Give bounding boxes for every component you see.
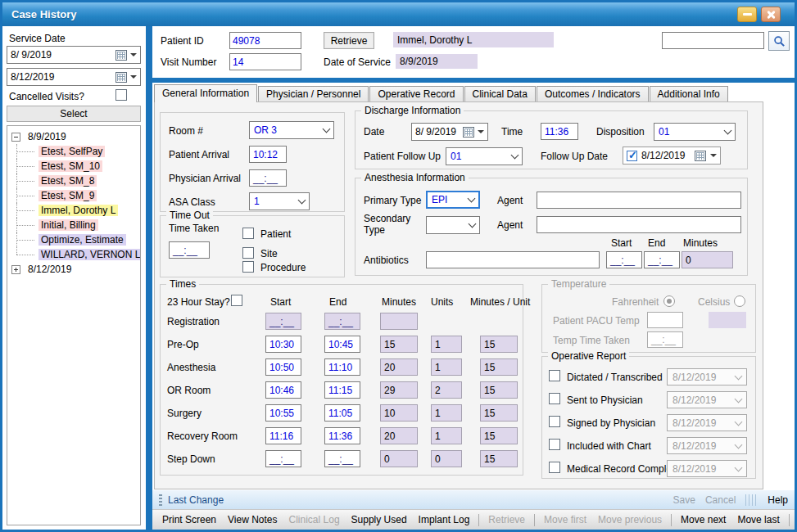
antibiotics-input[interactable]	[426, 251, 600, 268]
tab-general-information[interactable]: General Information	[154, 84, 257, 102]
site-checkbox[interactable]	[242, 247, 254, 259]
tree-item-immel-dorothy-l[interactable]: Immel, Dorothy L	[7, 203, 140, 218]
tree-item-optimize-estimate[interactable]: Optimize, Estimate	[7, 232, 140, 247]
discharge-time-input[interactable]: 11:36	[541, 123, 578, 140]
service-date-to-picker[interactable]: 8/12/2019	[7, 68, 141, 86]
tab-clinical-data[interactable]: Clinical Data	[464, 86, 536, 101]
visit-tree[interactable]: 8/9/2019Etest, SelfPayEtest, SM_10Etest,…	[7, 125, 141, 525]
times-anesthesia-minutes-display: 20	[380, 358, 418, 376]
tree-item-8-9-2019[interactable]: 8/9/2019	[7, 129, 140, 144]
times-anesthesia-label: Anesthesia	[167, 362, 215, 373]
cancel-button[interactable]: Cancel	[705, 494, 736, 506]
search-input[interactable]	[662, 32, 764, 49]
dropdown-arrow-icon[interactable]	[130, 53, 137, 56]
sent-to-physician-checkbox[interactable]	[549, 393, 560, 404]
room-select[interactable]: OR 3	[249, 121, 334, 139]
tree-item-label: Etest, SM_9	[38, 190, 97, 201]
close-button[interactable]	[761, 7, 781, 22]
times-step-down-end-input[interactable]: __:__	[324, 450, 360, 467]
tab-additional-info[interactable]: Additional Info	[650, 86, 728, 101]
tree-item-etest-selfpay[interactable]: Etest, SelfPay	[7, 144, 140, 159]
agent-input-2[interactable]	[537, 216, 741, 233]
view-notes-button[interactable]: View Notes	[222, 512, 283, 528]
time-taken-input[interactable]: __:__	[169, 241, 210, 259]
antibiotics-start-input[interactable]: __:__	[606, 251, 642, 268]
move-next-button[interactable]: Move next	[675, 512, 731, 528]
medical-record-complete-checkbox[interactable]	[549, 462, 560, 473]
print-screen-button[interactable]: Print Screen	[156, 512, 222, 528]
dictated-transcribed-checkbox[interactable]	[549, 370, 560, 381]
fahrenheit-radio[interactable]	[663, 295, 675, 307]
save-button[interactable]: Save	[673, 494, 695, 506]
expand-icon[interactable]	[11, 265, 20, 274]
dropdown-arrow-icon[interactable]	[710, 154, 717, 157]
patient-follow-up-select[interactable]: 01	[446, 147, 523, 165]
times-pre-op-end-input[interactable]: 10:45	[324, 336, 360, 353]
patient-arrival-input[interactable]: 10:12	[249, 146, 287, 163]
minimize-button[interactable]	[737, 7, 757, 22]
retrieve-button[interactable]: Retrieve	[324, 32, 374, 49]
tree-item-willard-vernon-l[interactable]: WILLARD, VERNON L	[7, 247, 140, 262]
help-button[interactable]: Help	[793, 512, 797, 528]
move-first-button[interactable]: Move first	[538, 512, 592, 528]
tree-item-initial-billing[interactable]: Initial, Billing	[7, 218, 140, 232]
tab-operative-record[interactable]: Operative Record	[369, 86, 463, 101]
implant-log-button[interactable]: Implant Log	[413, 512, 476, 528]
times-or-room-start-input[interactable]: 10:46	[265, 381, 301, 399]
times-or-room-end-input[interactable]: 11:15	[324, 381, 360, 399]
move-previous-button[interactable]: Move previous	[592, 512, 668, 528]
asa-class-select[interactable]: 1	[249, 192, 310, 210]
procedure-checkbox[interactable]	[242, 261, 254, 273]
tab-outcomes-indicators[interactable]: Outcomes / Indicators	[537, 86, 649, 101]
included-with-chart-date-value: 8/12/2019	[672, 440, 716, 452]
tree-item-etest-sm-10[interactable]: Etest, SM_10	[7, 159, 140, 174]
retrieve-button[interactable]: Retrieve	[482, 512, 531, 528]
room-value: OR 3	[254, 124, 277, 136]
follow-up-date-picker[interactable]: 8/12/2019	[623, 147, 721, 165]
move-last-button[interactable]: Move last	[731, 512, 785, 528]
collapse-icon[interactable]	[11, 133, 20, 142]
tree-item-8-12-2019[interactable]: 8/12/2019	[7, 262, 140, 277]
tree-item-etest-sm-8[interactable]: Etest, SM_8	[7, 174, 140, 188]
visit-number-input[interactable]	[229, 53, 301, 70]
cancelled-visits-checkbox[interactable]	[115, 89, 127, 101]
help-button[interactable]: Help	[768, 494, 788, 506]
celsius-radio[interactable]	[734, 295, 745, 307]
included-with-chart-checkbox[interactable]	[549, 439, 560, 450]
search-button[interactable]	[768, 31, 790, 51]
chevron-down-icon	[735, 417, 743, 426]
times-surgery-end-input[interactable]: 11:05	[324, 404, 360, 422]
primary-type-select[interactable]: EPI	[426, 191, 480, 209]
clinical-log-button[interactable]: Clinical Log	[283, 512, 346, 528]
secondary-type-select[interactable]	[426, 216, 480, 234]
follow-up-date-checkbox[interactable]	[627, 151, 637, 161]
times-anesthesia-end-input[interactable]: 11:10	[324, 358, 360, 376]
select-button[interactable]: Select	[7, 106, 141, 122]
dropdown-arrow-icon[interactable]	[130, 75, 137, 79]
times-recovery-room-start-input[interactable]: 11:16	[265, 427, 301, 444]
antibiotics-end-input[interactable]: __:__	[644, 251, 680, 268]
times-surgery-start-input[interactable]: 10:55	[265, 404, 301, 422]
patient-checkbox[interactable]	[242, 228, 254, 239]
disposition-select[interactable]: 01	[654, 123, 736, 141]
signed-by-physician-checkbox[interactable]	[549, 416, 560, 427]
times-pre-op-start-input[interactable]: 10:30	[265, 336, 301, 353]
tree-item-etest-sm-9[interactable]: Etest, SM_9	[7, 188, 140, 203]
discharge-date-picker[interactable]: 8/ 9/2019	[411, 123, 488, 141]
dropdown-arrow-icon[interactable]	[478, 130, 484, 133]
tab-physician-personnel[interactable]: Physician / Personnel	[258, 86, 369, 101]
times-recovery-room-end-input[interactable]: 11:36	[324, 427, 360, 444]
supply-used-button[interactable]: Supply Used	[346, 512, 413, 528]
times-or-room-minutes-per-unit-display: 15	[480, 381, 518, 399]
stay-checkbox[interactable]	[231, 295, 242, 306]
patient-id-input[interactable]	[229, 32, 301, 49]
operative-report-group: Operative Report Dictated / Transcribed8…	[541, 356, 756, 479]
agent-input[interactable]	[537, 192, 741, 209]
physician-arrival-input[interactable]: __:__	[249, 169, 287, 187]
service-date-from-picker[interactable]: 8/ 9/2019	[7, 46, 141, 64]
times-anesthesia-start-input[interactable]: 10:50	[265, 358, 301, 376]
times-step-down-start-input[interactable]: __:__	[265, 450, 301, 467]
tree-item-label: 8/9/2019	[25, 131, 69, 142]
disposition-value: 01	[659, 126, 669, 138]
asa-class-value: 1	[254, 196, 260, 207]
